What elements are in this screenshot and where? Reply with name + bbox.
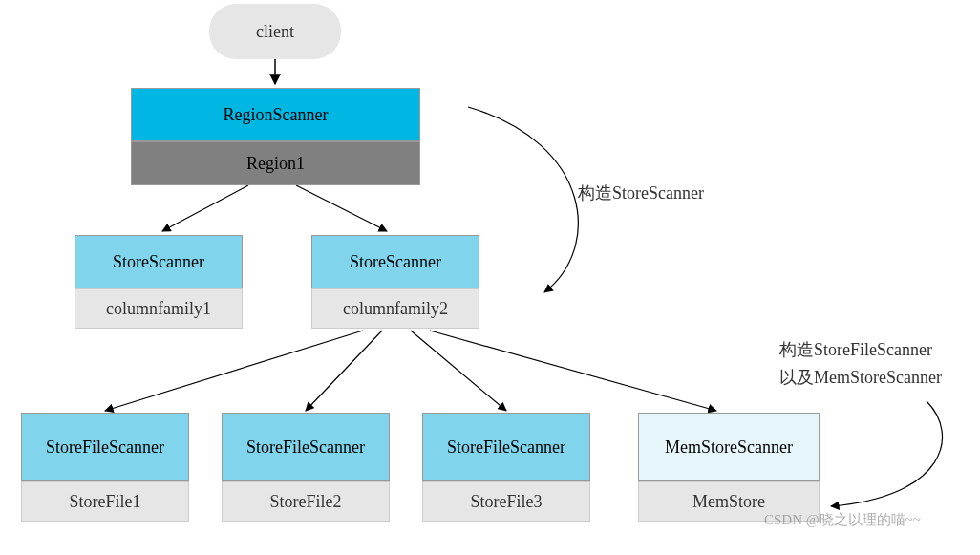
annotation-store-scanner: 构造StoreScanner xyxy=(578,181,704,204)
svg-line-4 xyxy=(306,331,382,411)
storefilescanner-3-node: StoreFileScanner xyxy=(422,413,590,481)
columnfamily1-node: columnfamily1 xyxy=(75,288,243,329)
client-node: client xyxy=(209,4,341,59)
storefilescanner-2-node: StoreFileScanner xyxy=(222,413,390,481)
svg-line-2 xyxy=(296,185,387,231)
storefile1-label: StoreFile1 xyxy=(70,492,141,512)
storefilescanner-2-label: StoreFileScanner xyxy=(246,438,365,458)
memstorescanner-node: MemStoreScanner xyxy=(638,413,820,481)
columnfamily2-label: columnfamily2 xyxy=(343,299,448,319)
columnfamily1-label: columnfamily1 xyxy=(106,299,211,319)
storefile2-label: StoreFile2 xyxy=(270,492,342,512)
memstore-label: MemStore xyxy=(692,492,765,512)
storefile2-node: StoreFile2 xyxy=(222,481,390,522)
store-scanner-2-node: StoreScanner xyxy=(311,235,479,288)
region1-node: Region1 xyxy=(131,141,420,185)
store-scanner-2-label: StoreScanner xyxy=(350,252,441,272)
storefile1-node: StoreFile1 xyxy=(21,481,189,522)
svg-line-3 xyxy=(105,331,363,411)
svg-line-6 xyxy=(430,331,716,411)
storefile3-node: StoreFile3 xyxy=(422,481,590,522)
region1-label: Region1 xyxy=(246,154,305,174)
watermark: CSDN @晓之以理的喵~~ xyxy=(764,511,921,529)
storefilescanner-1-label: StoreFileScanner xyxy=(46,438,164,458)
columnfamily2-node: columnfamily2 xyxy=(311,288,479,329)
memstorescanner-label: MemStoreScanner xyxy=(665,438,793,458)
svg-line-5 xyxy=(411,331,506,411)
annotation-storefile-memstore: 构造StoreFileScanner 以及MemStoreScanner xyxy=(779,336,942,392)
storefilescanner-1-node: StoreFileScanner xyxy=(21,413,189,481)
storefile3-label: StoreFile3 xyxy=(471,492,543,512)
store-scanner-1-node: StoreScanner xyxy=(75,235,243,288)
region-scanner-node: RegionScanner xyxy=(131,88,420,141)
store-scanner-1-label: StoreScanner xyxy=(113,252,204,272)
client-label: client xyxy=(256,22,294,42)
svg-line-1 xyxy=(162,185,248,231)
region-scanner-label: RegionScanner xyxy=(224,105,329,125)
storefilescanner-3-label: StoreFileScanner xyxy=(447,438,565,458)
